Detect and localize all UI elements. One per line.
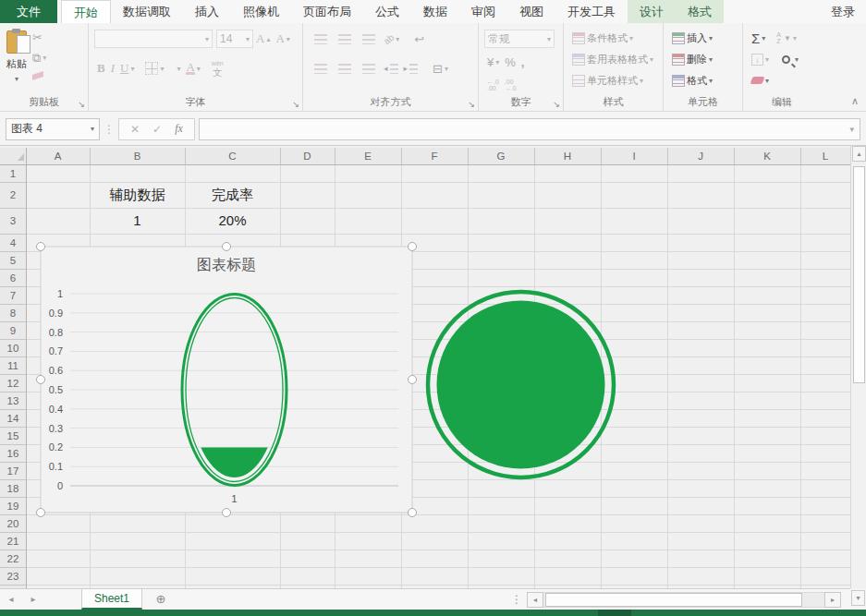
font-color-button[interactable]: A▾	[183, 61, 202, 76]
percent-style-button[interactable]: %	[502, 54, 518, 70]
wrap-text-button[interactable]: ↩	[411, 31, 427, 47]
cell-B2[interactable]: 辅助数据	[110, 187, 165, 202]
align-bottom-button[interactable]	[357, 33, 381, 45]
cell-C3[interactable]: 20%	[218, 212, 246, 228]
tab-home[interactable]: 开始	[61, 0, 111, 23]
hscroll-left-arrow[interactable]: ◂	[527, 592, 543, 608]
column-header[interactable]: L	[823, 151, 829, 162]
tab-formulas[interactable]: 公式	[363, 0, 411, 23]
format-cells-button[interactable]: 格式▾	[669, 73, 715, 89]
merge-center-button[interactable]: ⊟▾	[430, 61, 451, 77]
font-size-combo[interactable]: 14▾	[216, 30, 253, 48]
row-header[interactable]: 5	[10, 255, 16, 266]
clipboard-dialog-launcher-icon[interactable]: ↘	[78, 100, 85, 109]
format-painter-button[interactable]	[30, 70, 49, 81]
vertical-scrollbar[interactable]: ▴	[850, 146, 866, 588]
align-middle-button[interactable]	[333, 33, 357, 45]
row-header[interactable]: 9	[10, 325, 16, 336]
format-as-table-button[interactable]: 套用表格格式▾	[569, 52, 656, 67]
row-header[interactable]: 23	[7, 571, 19, 582]
align-right-button[interactable]	[357, 63, 381, 75]
tab-chart-design[interactable]: 设计	[628, 0, 676, 23]
row-header[interactable]: 7	[10, 290, 16, 301]
column-header[interactable]: K	[763, 151, 771, 162]
tab-view[interactable]: 视图	[507, 0, 555, 23]
accounting-format-button[interactable]: ¥▾	[484, 54, 502, 70]
row-header[interactable]: 2	[10, 189, 16, 200]
tab-page-layout[interactable]: 页面布局	[291, 0, 363, 23]
font-name-combo[interactable]: ▾	[94, 30, 213, 48]
row-header[interactable]: 12	[7, 378, 19, 389]
tab-review[interactable]: 审阅	[459, 0, 507, 23]
number-format-combo[interactable]: 常规▾	[484, 30, 555, 48]
italic-button[interactable]: I	[108, 60, 117, 77]
tab-camera[interactable]: 照像机	[231, 0, 291, 23]
column-header[interactable]: A	[55, 151, 62, 162]
increase-indent-button[interactable]: ▸	[401, 63, 421, 75]
row-header[interactable]: 6	[10, 272, 16, 284]
fill-button[interactable]: ↓▾	[749, 53, 772, 66]
row-header[interactable]: 17	[7, 465, 19, 477]
comma-style-button[interactable]: ,	[518, 54, 528, 70]
underline-button[interactable]: U▾	[117, 60, 137, 77]
cell-B3[interactable]: 1	[133, 212, 140, 228]
selection-handle[interactable]	[223, 243, 231, 251]
formula-input[interactable]: ▾	[199, 118, 860, 140]
row-header[interactable]: 11	[7, 360, 18, 371]
horizontal-scrollbar[interactable]: ◂ ▸	[527, 592, 841, 608]
tab-file[interactable]: 文件	[0, 0, 57, 23]
column-header[interactable]: B	[134, 151, 141, 162]
grow-font-button[interactable]: A▴	[253, 30, 273, 47]
tab-data[interactable]: 数据	[411, 0, 459, 23]
row-header[interactable]: 18	[7, 483, 19, 494]
orientation-button[interactable]: ab▾	[381, 33, 402, 45]
hscroll-thumb[interactable]	[545, 593, 802, 607]
name-box[interactable]: 图表 4 ▾	[6, 118, 100, 140]
selection-handle[interactable]	[409, 243, 417, 251]
enter-button[interactable]: ✓	[152, 123, 162, 136]
row-header[interactable]: 15	[7, 430, 19, 441]
cell-styles-button[interactable]: 单元格样式▾	[569, 73, 646, 89]
row-header[interactable]: 16	[7, 448, 19, 459]
row-header[interactable]: 21	[7, 536, 19, 547]
fill-color-button[interactable]: ▾	[172, 64, 183, 74]
column-header[interactable]: C	[228, 151, 236, 162]
vscroll-thumb[interactable]	[853, 166, 865, 383]
conditional-formatting-button[interactable]: 条件格式▾	[569, 30, 636, 46]
decrease-indent-button[interactable]: ◂	[381, 63, 401, 75]
selection-handle[interactable]	[409, 376, 417, 384]
phonetic-button[interactable]: wén 文	[209, 59, 226, 78]
paste-button[interactable]: 粘贴 ▾	[4, 27, 30, 84]
paste-dropdown-arrow[interactable]: ▾	[15, 75, 18, 83]
row-header[interactable]: 14	[7, 413, 19, 424]
find-select-button[interactable]: ▾	[779, 54, 801, 65]
tabbar-scroll-splitter[interactable]: ⋮	[511, 589, 522, 610]
borders-button[interactable]: ▾	[142, 61, 166, 76]
delete-cells-button[interactable]: 删除▾	[669, 52, 715, 67]
add-sheet-button[interactable]: ⊕	[142, 589, 179, 610]
collapse-ribbon-button[interactable]: ∧	[851, 95, 859, 107]
name-box-dropdown-icon[interactable]: ▾	[91, 125, 94, 133]
insert-cells-button[interactable]: 插入▾	[669, 30, 715, 46]
chart-title[interactable]: 图表标题	[197, 257, 256, 272]
alignment-dialog-launcher-icon[interactable]: ↘	[468, 100, 475, 109]
row-header[interactable]: 10	[7, 343, 19, 354]
hscroll-track[interactable]	[543, 592, 824, 608]
copy-button[interactable]: ⧉▾	[30, 50, 49, 66]
align-top-button[interactable]	[309, 33, 333, 45]
tab-chart-format[interactable]: 格式	[676, 0, 724, 23]
insert-function-button[interactable]: fx	[175, 122, 183, 136]
cell-C2[interactable]: 完成率	[212, 187, 253, 202]
embedded-chart[interactable]: 图表标题00.10.20.30.40.50.60.70.80.911	[37, 243, 417, 517]
selection-handle[interactable]	[223, 509, 231, 517]
shrink-font-button[interactable]: A▾	[273, 30, 292, 47]
worksheet[interactable]: ABCDEFGHIJKL1234567891011121314151617181…	[0, 146, 850, 588]
row-header[interactable]: 13	[7, 395, 19, 406]
expand-formula-bar-icon[interactable]: ▾	[849, 125, 854, 134]
selection-handle[interactable]	[409, 509, 417, 517]
tab-data-fetch[interactable]: 数据调取	[111, 0, 183, 23]
sheet-tab-sheet1[interactable]: Sheet1	[81, 589, 142, 610]
clear-button[interactable]: ▾	[749, 76, 772, 86]
sheet-nav-prev[interactable]: ◂	[0, 589, 22, 610]
column-header-band[interactable]	[0, 148, 850, 164]
